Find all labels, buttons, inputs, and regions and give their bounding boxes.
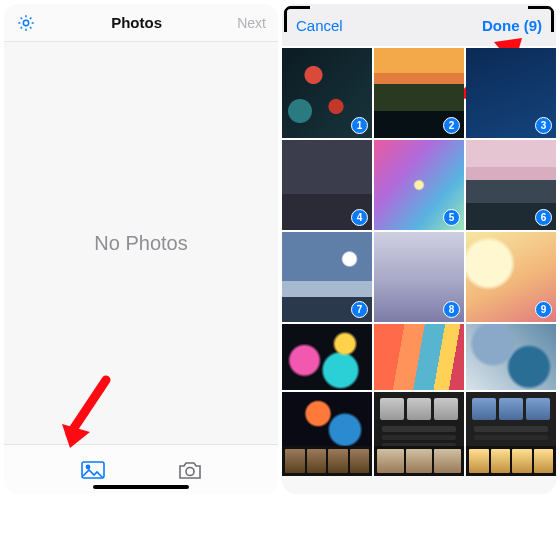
photos-empty-screen: Photos Next No Photos (4, 4, 278, 494)
crop-corner-tr (528, 6, 554, 32)
left-header: Photos Next (4, 4, 278, 42)
selection-badge: 3 (535, 117, 552, 134)
selection-badge: 1 (351, 117, 368, 134)
photo-thumb[interactable] (282, 392, 372, 446)
photo-thumb[interactable] (374, 324, 464, 390)
selection-badge: 6 (535, 209, 552, 226)
selection-badge: 8 (443, 301, 460, 318)
photo-thumb[interactable]: 7 (282, 232, 372, 322)
photo-thumb[interactable]: 2 (374, 48, 464, 138)
photo-thumb[interactable] (466, 446, 556, 476)
crop-corner-tl (284, 6, 310, 32)
photo-thumb[interactable] (466, 324, 556, 390)
photo-thumb[interactable] (374, 392, 464, 446)
photo-grid-bottom (282, 446, 556, 476)
right-header: Cancel Done (9) (282, 4, 556, 46)
photo-grid: 1 2 3 4 5 6 7 8 9 (282, 46, 556, 446)
svg-point-0 (23, 20, 28, 25)
home-indicator (93, 485, 189, 489)
selection-badge: 7 (351, 301, 368, 318)
page-title: Photos (111, 14, 162, 31)
photo-thumb[interactable]: 6 (466, 140, 556, 230)
photo-thumb[interactable] (282, 324, 372, 390)
photo-thumb[interactable] (466, 392, 556, 446)
next-button[interactable]: Next (237, 15, 266, 31)
empty-text: No Photos (94, 232, 187, 255)
selection-badge: 5 (443, 209, 460, 226)
photo-thumb[interactable]: 8 (374, 232, 464, 322)
selection-badge: 9 (535, 301, 552, 318)
photo-thumb[interactable] (374, 446, 464, 476)
photo-thumb[interactable] (282, 446, 372, 476)
photo-picker-screen: Cancel Done (9) 1 2 3 4 5 6 7 8 9 (282, 4, 556, 494)
photo-thumb[interactable]: 9 (466, 232, 556, 322)
photo-thumb[interactable]: 5 (374, 140, 464, 230)
empty-state: No Photos (4, 42, 278, 444)
photo-thumb[interactable]: 1 (282, 48, 372, 138)
svg-point-2 (86, 465, 89, 468)
selection-badge: 2 (443, 117, 460, 134)
selection-badge: 4 (351, 209, 368, 226)
gear-icon[interactable] (16, 13, 36, 33)
photo-thumb[interactable]: 4 (282, 140, 372, 230)
photo-library-icon[interactable] (80, 459, 106, 481)
svg-point-3 (186, 467, 194, 475)
camera-icon[interactable] (177, 459, 203, 481)
photo-thumb[interactable]: 3 (466, 48, 556, 138)
